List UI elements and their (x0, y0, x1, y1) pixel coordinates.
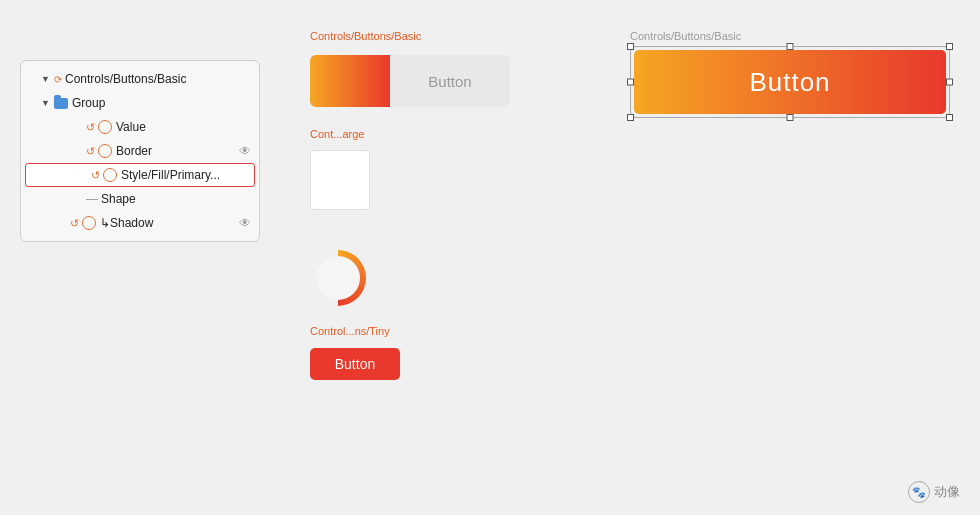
watermark-icon: 🐾 (908, 481, 930, 503)
basic-comp-label: Controls/Buttons/Basic (310, 30, 421, 42)
left-panel: ⟳ Controls/Buttons/Basic Group ↺ Value ↺… (20, 60, 260, 242)
tree-item-stylefill[interactable]: ↺ Style/Fill/Primary... (25, 163, 255, 187)
tree-item-shape[interactable]: — Shape (21, 187, 259, 211)
arrow-icon (41, 74, 51, 84)
handle-bm[interactable] (787, 114, 794, 121)
eye-shadow-icon[interactable]: 👁 (239, 216, 251, 230)
circle-shadow-icon (82, 216, 96, 230)
white-rect (310, 150, 370, 210)
tree-item-shadow[interactable]: ↺ ↳Shadow 👁 (21, 211, 259, 235)
circle-border-icon (98, 144, 112, 158)
cont-arge-label: Cont...arge (310, 128, 364, 140)
tree-item-value[interactable]: ↺ Value (21, 115, 259, 139)
right-btn-wrapper: Button (630, 46, 950, 118)
tiny-red-button[interactable]: Button (310, 348, 400, 380)
tree-item-border[interactable]: ↺ Border 👁 (21, 139, 259, 163)
tree-label-shape: Shape (101, 192, 251, 206)
watermark-text: 动像 (934, 483, 960, 501)
handle-bl[interactable] (627, 114, 634, 121)
tree-item-group[interactable]: Group (21, 91, 259, 115)
canvas-area: Controls/Buttons/Basic Button Cont...arg… (280, 0, 980, 515)
handle-tr[interactable] (946, 43, 953, 50)
large-button-label: Button (749, 67, 830, 98)
handle-tl[interactable] (627, 43, 634, 50)
button-label: Button (428, 73, 471, 90)
tiny-button-label: Button (335, 356, 375, 372)
circle-inner (316, 256, 360, 300)
folder-icon (54, 98, 68, 109)
watermark: 🐾 动像 (908, 481, 960, 503)
tree-item-root[interactable]: ⟳ Controls/Buttons/Basic (21, 67, 259, 91)
tree-label-root: Controls/Buttons/Basic (65, 72, 251, 86)
circle-icon (98, 120, 112, 134)
large-gradient-button[interactable]: Button (634, 50, 946, 114)
tree-label-border: Border (116, 144, 235, 158)
eye-border-icon[interactable]: 👁 (239, 144, 251, 158)
link-border-icon: ↺ (86, 145, 95, 158)
right-comp-label: Controls/Buttons/Basic (630, 30, 950, 42)
watermark-symbol: 🐾 (912, 486, 926, 499)
basic-button-component[interactable]: Button (310, 55, 510, 107)
gradient-part (310, 55, 390, 107)
btn-text-part: Button (390, 73, 510, 90)
handle-br[interactable] (946, 114, 953, 121)
tree-label-value: Value (116, 120, 251, 134)
link-value-icon: ↺ (86, 121, 95, 134)
link-icon: ⟳ (54, 74, 62, 85)
right-component: Controls/Buttons/Basic Button (630, 30, 950, 118)
handle-tm[interactable] (787, 43, 794, 50)
tree-label-group: Group (72, 96, 251, 110)
circle-container (310, 250, 366, 306)
minus-icon: — (86, 192, 98, 206)
circle-style-icon (103, 168, 117, 182)
handle-ml[interactable] (627, 79, 634, 86)
tree-label-stylefill: Style/Fill/Primary... (121, 168, 246, 182)
link-style-icon: ↺ (91, 169, 100, 182)
tree-label-shadow: ↳Shadow (100, 216, 235, 230)
link-shadow-icon: ↺ (70, 217, 79, 230)
arrow-group-icon (41, 98, 51, 108)
circle-gradient (310, 250, 366, 306)
handle-mr[interactable] (946, 79, 953, 86)
tiny-label: Control...ns/Tiny (310, 325, 390, 337)
